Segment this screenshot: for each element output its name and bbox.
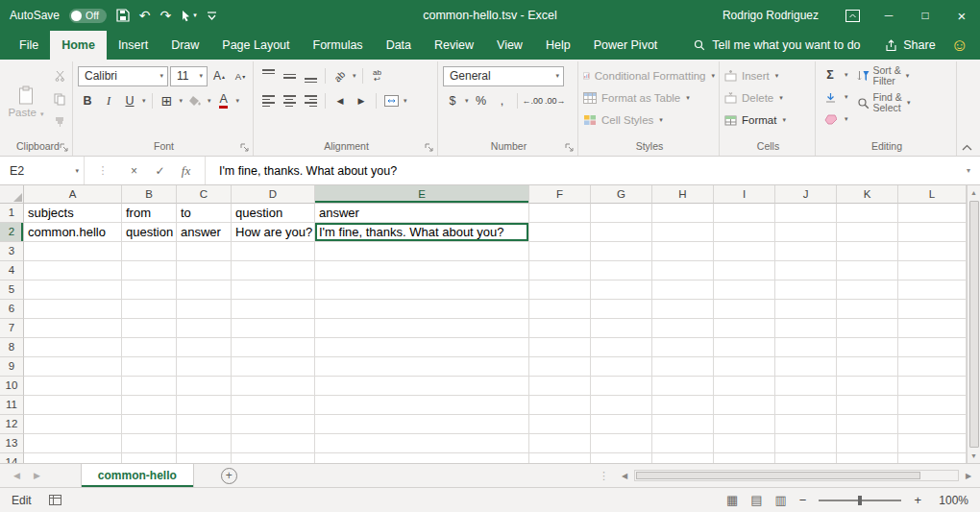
- cell-H3[interactable]: [652, 242, 714, 261]
- cell-A9[interactable]: [24, 357, 122, 377]
- cell-F13[interactable]: [529, 434, 591, 453]
- format-painter-button[interactable]: [50, 112, 69, 132]
- row-header-7[interactable]: 7: [0, 319, 24, 338]
- cell-F10[interactable]: [529, 377, 591, 396]
- cell-D11[interactable]: [232, 396, 315, 415]
- cell-C7[interactable]: [177, 319, 232, 338]
- cell-I14[interactable]: [714, 453, 775, 463]
- tab-draw[interactable]: Draw: [159, 31, 210, 60]
- column-header-C[interactable]: C: [177, 185, 232, 204]
- cell-C14[interactable]: [177, 453, 232, 463]
- insert-function-button[interactable]: fx: [173, 157, 199, 184]
- cell-H5[interactable]: [652, 280, 714, 300]
- cell-A6[interactable]: [24, 300, 122, 319]
- cell-G9[interactable]: [591, 357, 652, 377]
- cell-J10[interactable]: [775, 377, 837, 396]
- cell-F3[interactable]: [529, 242, 591, 261]
- cell-I13[interactable]: [714, 434, 775, 453]
- tab-page-layout[interactable]: Page Layout: [210, 31, 301, 60]
- normal-view-button[interactable]: ▦: [726, 494, 738, 506]
- cell-B5[interactable]: [122, 280, 177, 300]
- cell-J5[interactable]: [775, 280, 837, 300]
- delete-cells-button[interactable]: Delete ▾: [724, 87, 812, 109]
- format-as-table-button[interactable]: Format as Table ▾: [583, 87, 716, 109]
- alignment-dialog-launcher[interactable]: [424, 142, 434, 153]
- top-align-button[interactable]: [258, 66, 278, 85]
- cell-K9[interactable]: [837, 357, 898, 377]
- format-cells-button[interactable]: Format ▾: [724, 110, 812, 131]
- cell-J8[interactable]: [775, 338, 837, 357]
- cell-E1[interactable]: answer: [315, 204, 529, 223]
- column-header-A[interactable]: A: [24, 185, 122, 204]
- row-header-2[interactable]: 2: [0, 223, 24, 242]
- percent-style-button[interactable]: %: [472, 91, 491, 110]
- cell-B12[interactable]: [122, 415, 177, 434]
- cell-H6[interactable]: [652, 300, 714, 319]
- decrease-decimal-button[interactable]: .00→: [545, 91, 566, 110]
- bottom-align-button[interactable]: [301, 66, 320, 85]
- column-header-K[interactable]: K: [837, 185, 898, 204]
- cell-F2[interactable]: [529, 223, 591, 242]
- name-box[interactable]: E2 ▾: [0, 157, 85, 184]
- clipboard-dialog-launcher[interactable]: [59, 142, 69, 153]
- horizontal-scroll-thumb[interactable]: [636, 472, 920, 479]
- cell-I3[interactable]: [714, 242, 775, 261]
- cell-C1[interactable]: to: [177, 204, 232, 223]
- cell-H7[interactable]: [652, 319, 714, 338]
- font-size-select[interactable]: 11 ▾: [170, 66, 208, 86]
- cell-styles-button[interactable]: Cell Styles ▾: [583, 110, 716, 131]
- font-name-select[interactable]: Calibri ▾: [78, 66, 168, 86]
- number-format-select[interactable]: General ▾: [443, 66, 564, 86]
- cell-A5[interactable]: [24, 280, 122, 300]
- sheet-tab-common-hello[interactable]: common-hello: [81, 464, 194, 487]
- cell-K13[interactable]: [837, 434, 898, 453]
- cell-H8[interactable]: [652, 338, 714, 357]
- vertical-scrollbar[interactable]: ▲ ▼: [967, 185, 980, 463]
- cell-F7[interactable]: [529, 319, 591, 338]
- underline-button[interactable]: U: [120, 91, 139, 110]
- tab-power-pivot[interactable]: Power Pivot: [582, 31, 670, 60]
- cell-A1[interactable]: subjects: [24, 204, 122, 223]
- minimize-button[interactable]: ─: [870, 0, 907, 31]
- sheet-nav-right-button[interactable]: ▶: [34, 471, 40, 480]
- column-header-F[interactable]: F: [529, 185, 591, 204]
- customize-qat-button[interactable]: [207, 11, 217, 21]
- cell-H12[interactable]: [652, 415, 714, 434]
- cell-D13[interactable]: [232, 434, 315, 453]
- cell-K4[interactable]: [837, 261, 898, 280]
- scroll-down-button[interactable]: ▼: [968, 449, 980, 463]
- cell-K14[interactable]: [837, 453, 898, 463]
- cell-L3[interactable]: [898, 242, 967, 261]
- cell-C2[interactable]: answer: [177, 223, 232, 242]
- cell-I2[interactable]: [714, 223, 775, 242]
- cell-J14[interactable]: [775, 453, 837, 463]
- cell-F14[interactable]: [529, 453, 591, 463]
- zoom-out-button[interactable]: −: [799, 493, 807, 507]
- cell-D5[interactable]: [232, 280, 315, 300]
- cell-E6[interactable]: [315, 300, 529, 319]
- cell-G12[interactable]: [591, 415, 652, 434]
- row-header-8[interactable]: 8: [0, 338, 24, 357]
- bold-button[interactable]: B: [78, 91, 97, 110]
- fill-button[interactable]: ▾: [821, 87, 849, 107]
- cell-D7[interactable]: [232, 319, 315, 338]
- comma-style-button[interactable]: ,: [493, 91, 512, 110]
- cell-J12[interactable]: [775, 415, 837, 434]
- cell-L2[interactable]: [898, 223, 967, 242]
- cell-A7[interactable]: [24, 319, 122, 338]
- cell-B4[interactable]: [122, 261, 177, 280]
- ribbon-display-options-button[interactable]: [834, 0, 870, 31]
- cell-B2[interactable]: question: [122, 223, 177, 242]
- cell-E10[interactable]: [315, 377, 529, 396]
- column-header-J[interactable]: J: [775, 185, 837, 204]
- cell-J13[interactable]: [775, 434, 837, 453]
- cell-K7[interactable]: [837, 319, 898, 338]
- row-header-11[interactable]: 11: [0, 396, 24, 415]
- cell-H13[interactable]: [652, 434, 714, 453]
- cell-G7[interactable]: [591, 319, 652, 338]
- cell-K2[interactable]: [837, 223, 898, 242]
- hscroll-track[interactable]: [634, 470, 959, 481]
- cell-F8[interactable]: [529, 338, 591, 357]
- cell-H10[interactable]: [652, 377, 714, 396]
- sheet-scroll-divider[interactable]: ⋮: [591, 464, 617, 487]
